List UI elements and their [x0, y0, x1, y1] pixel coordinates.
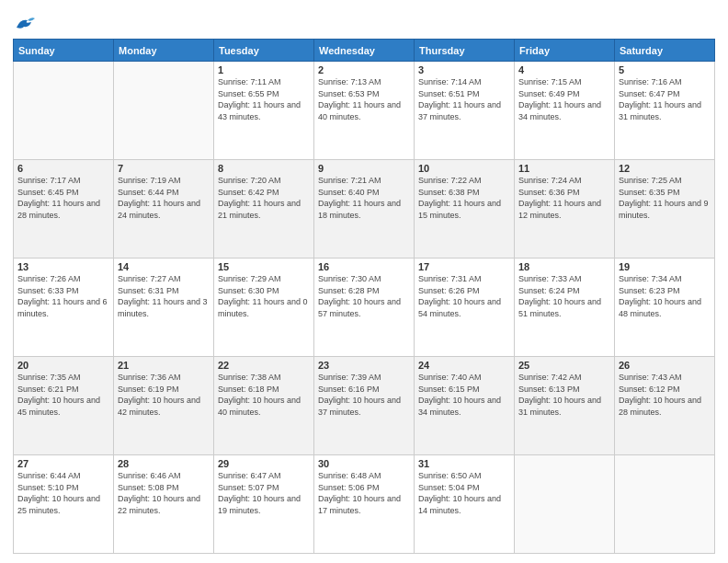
day-number: 25	[518, 360, 610, 371]
calendar-cell: 9Sunrise: 7:21 AM Sunset: 6:40 PM Daylig…	[314, 160, 415, 259]
page: Sunday Monday Tuesday Wednesday Thursday…	[0, 0, 728, 563]
day-number: 6	[17, 163, 109, 174]
day-info: Sunrise: 7:34 AM Sunset: 6:23 PM Dayligh…	[619, 273, 711, 319]
day-info: Sunrise: 7:31 AM Sunset: 6:26 PM Dayligh…	[418, 273, 510, 319]
day-number: 24	[418, 360, 510, 371]
calendar-cell: 31Sunrise: 6:50 AM Sunset: 5:04 PM Dayli…	[415, 455, 515, 554]
calendar-cell: 16Sunrise: 7:30 AM Sunset: 6:28 PM Dayli…	[314, 259, 415, 357]
calendar-table: Sunday Monday Tuesday Wednesday Thursday…	[13, 39, 715, 554]
day-info: Sunrise: 6:50 AM Sunset: 5:04 PM Dayligh…	[418, 470, 510, 516]
calendar-cell: 13Sunrise: 7:26 AM Sunset: 6:33 PM Dayli…	[14, 259, 114, 357]
day-number: 29	[218, 458, 310, 469]
day-info: Sunrise: 7:29 AM Sunset: 6:30 PM Dayligh…	[218, 273, 310, 319]
day-info: Sunrise: 7:11 AM Sunset: 6:55 PM Dayligh…	[218, 76, 310, 122]
day-info: Sunrise: 7:16 AM Sunset: 6:47 PM Dayligh…	[619, 76, 711, 122]
day-number: 13	[17, 261, 109, 272]
header-monday: Monday	[114, 40, 214, 62]
day-number: 11	[518, 163, 610, 174]
calendar-week-row: 13Sunrise: 7:26 AM Sunset: 6:33 PM Dayli…	[14, 259, 715, 357]
day-number: 18	[518, 261, 610, 272]
calendar-cell: 28Sunrise: 6:46 AM Sunset: 5:08 PM Dayli…	[114, 455, 214, 554]
day-info: Sunrise: 7:27 AM Sunset: 6:31 PM Dayligh…	[118, 273, 210, 319]
calendar-cell	[515, 455, 615, 554]
day-info: Sunrise: 7:17 AM Sunset: 6:45 PM Dayligh…	[17, 175, 109, 221]
day-info: Sunrise: 7:19 AM Sunset: 6:44 PM Dayligh…	[118, 175, 210, 221]
weekday-header-row: Sunday Monday Tuesday Wednesday Thursday…	[14, 40, 715, 62]
day-info: Sunrise: 7:43 AM Sunset: 6:12 PM Dayligh…	[619, 372, 711, 418]
calendar-cell: 25Sunrise: 7:42 AM Sunset: 6:13 PM Dayli…	[515, 357, 615, 455]
calendar-cell: 6Sunrise: 7:17 AM Sunset: 6:45 PM Daylig…	[14, 160, 114, 259]
day-number: 14	[118, 261, 210, 272]
calendar-cell	[615, 455, 715, 554]
header-saturday: Saturday	[615, 40, 715, 62]
day-number: 21	[118, 360, 210, 371]
day-number: 20	[17, 360, 109, 371]
calendar-cell: 26Sunrise: 7:43 AM Sunset: 6:12 PM Dayli…	[615, 357, 715, 455]
calendar-cell: 17Sunrise: 7:31 AM Sunset: 6:26 PM Dayli…	[415, 259, 515, 357]
calendar-cell: 21Sunrise: 7:36 AM Sunset: 6:19 PM Dayli…	[114, 357, 214, 455]
calendar-cell: 18Sunrise: 7:33 AM Sunset: 6:24 PM Dayli…	[515, 259, 615, 357]
day-info: Sunrise: 7:15 AM Sunset: 6:49 PM Dayligh…	[518, 76, 610, 122]
calendar-cell: 14Sunrise: 7:27 AM Sunset: 6:31 PM Dayli…	[114, 259, 214, 357]
header-tuesday: Tuesday	[214, 40, 314, 62]
calendar-cell: 23Sunrise: 7:39 AM Sunset: 6:16 PM Dayli…	[314, 357, 415, 455]
calendar-week-row: 27Sunrise: 6:44 AM Sunset: 5:10 PM Dayli…	[14, 455, 715, 554]
calendar-cell: 22Sunrise: 7:38 AM Sunset: 6:18 PM Dayli…	[214, 357, 314, 455]
day-info: Sunrise: 7:14 AM Sunset: 6:51 PM Dayligh…	[418, 76, 510, 122]
day-number: 27	[17, 458, 109, 469]
day-info: Sunrise: 7:22 AM Sunset: 6:38 PM Dayligh…	[418, 175, 510, 221]
header-thursday: Thursday	[415, 40, 515, 62]
logo-bird-icon	[15, 15, 35, 31]
calendar-cell: 19Sunrise: 7:34 AM Sunset: 6:23 PM Dayli…	[615, 259, 715, 357]
calendar-cell: 5Sunrise: 7:16 AM Sunset: 6:47 PM Daylig…	[615, 62, 715, 160]
day-info: Sunrise: 6:46 AM Sunset: 5:08 PM Dayligh…	[118, 470, 210, 516]
day-number: 28	[118, 458, 210, 469]
day-number: 30	[318, 458, 410, 469]
calendar-cell: 2Sunrise: 7:13 AM Sunset: 6:53 PM Daylig…	[314, 62, 415, 160]
day-number: 9	[318, 163, 410, 174]
header-sunday: Sunday	[14, 40, 114, 62]
calendar-cell: 30Sunrise: 6:48 AM Sunset: 5:06 PM Dayli…	[314, 455, 415, 554]
day-info: Sunrise: 7:21 AM Sunset: 6:40 PM Dayligh…	[318, 175, 410, 221]
day-number: 15	[218, 261, 310, 272]
day-info: Sunrise: 6:48 AM Sunset: 5:06 PM Dayligh…	[318, 470, 410, 516]
calendar-cell: 29Sunrise: 6:47 AM Sunset: 5:07 PM Dayli…	[214, 455, 314, 554]
day-number: 22	[218, 360, 310, 371]
day-number: 12	[619, 163, 711, 174]
day-info: Sunrise: 7:24 AM Sunset: 6:36 PM Dayligh…	[518, 175, 610, 221]
day-number: 3	[418, 64, 510, 75]
day-number: 17	[418, 261, 510, 272]
calendar-cell	[14, 62, 114, 160]
logo	[13, 15, 35, 31]
calendar-week-row: 1Sunrise: 7:11 AM Sunset: 6:55 PM Daylig…	[14, 62, 715, 160]
day-info: Sunrise: 7:13 AM Sunset: 6:53 PM Dayligh…	[318, 76, 410, 122]
day-info: Sunrise: 7:20 AM Sunset: 6:42 PM Dayligh…	[218, 175, 310, 221]
day-number: 16	[318, 261, 410, 272]
calendar-cell: 3Sunrise: 7:14 AM Sunset: 6:51 PM Daylig…	[415, 62, 515, 160]
day-number: 8	[218, 163, 310, 174]
calendar-cell: 1Sunrise: 7:11 AM Sunset: 6:55 PM Daylig…	[214, 62, 314, 160]
calendar-cell: 7Sunrise: 7:19 AM Sunset: 6:44 PM Daylig…	[114, 160, 214, 259]
header-wednesday: Wednesday	[314, 40, 415, 62]
calendar-week-row: 6Sunrise: 7:17 AM Sunset: 6:45 PM Daylig…	[14, 160, 715, 259]
day-info: Sunrise: 7:42 AM Sunset: 6:13 PM Dayligh…	[518, 372, 610, 418]
day-number: 7	[118, 163, 210, 174]
day-number: 5	[619, 64, 711, 75]
day-info: Sunrise: 7:26 AM Sunset: 6:33 PM Dayligh…	[17, 273, 109, 319]
calendar-cell: 27Sunrise: 6:44 AM Sunset: 5:10 PM Dayli…	[14, 455, 114, 554]
calendar-cell: 8Sunrise: 7:20 AM Sunset: 6:42 PM Daylig…	[214, 160, 314, 259]
day-info: Sunrise: 7:35 AM Sunset: 6:21 PM Dayligh…	[17, 372, 109, 418]
day-info: Sunrise: 6:47 AM Sunset: 5:07 PM Dayligh…	[218, 470, 310, 516]
day-info: Sunrise: 7:30 AM Sunset: 6:28 PM Dayligh…	[318, 273, 410, 319]
header-friday: Friday	[515, 40, 615, 62]
calendar-cell: 15Sunrise: 7:29 AM Sunset: 6:30 PM Dayli…	[214, 259, 314, 357]
day-info: Sunrise: 7:25 AM Sunset: 6:35 PM Dayligh…	[619, 175, 711, 221]
day-number: 31	[418, 458, 510, 469]
day-number: 23	[318, 360, 410, 371]
calendar-cell	[114, 62, 214, 160]
day-number: 4	[518, 64, 610, 75]
calendar-cell: 24Sunrise: 7:40 AM Sunset: 6:15 PM Dayli…	[415, 357, 515, 455]
calendar-cell: 11Sunrise: 7:24 AM Sunset: 6:36 PM Dayli…	[515, 160, 615, 259]
calendar-week-row: 20Sunrise: 7:35 AM Sunset: 6:21 PM Dayli…	[14, 357, 715, 455]
header	[13, 11, 715, 31]
